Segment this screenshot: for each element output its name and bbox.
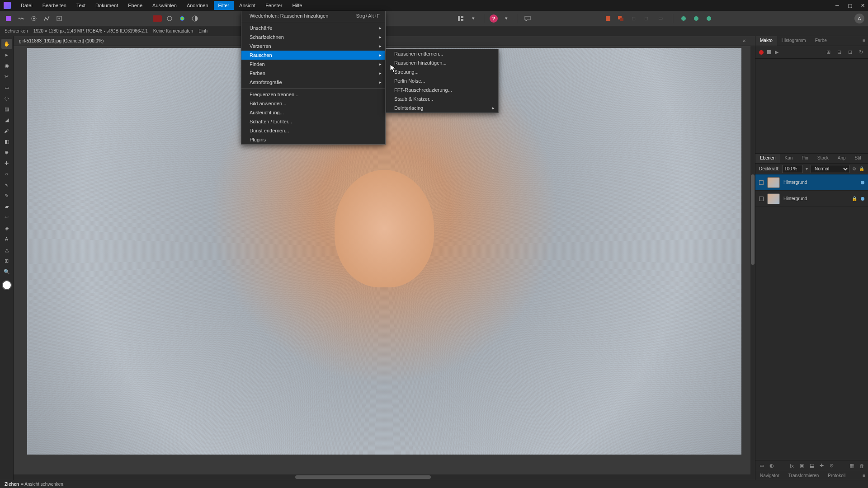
tab-pin[interactable]: Pin	[797, 154, 812, 163]
tab-navigator[interactable]: Navigator	[755, 471, 784, 480]
tool-hand[interactable]: ✋	[1, 39, 12, 49]
layer-delete-icon[interactable]: 🗑	[858, 462, 865, 469]
menu-ebene[interactable]: Ebene	[123, 1, 147, 10]
macro-opt4[interactable]: ↻	[857, 49, 864, 56]
tab-kan[interactable]: Kan	[780, 154, 797, 163]
persona-export-icon[interactable]	[54, 14, 64, 23]
persona-photo-icon[interactable]	[4, 14, 14, 23]
tab-stock[interactable]: Stock	[813, 154, 833, 163]
tab-transformieren[interactable]: Transformieren	[784, 471, 823, 480]
tool-move[interactable]: ▸	[1, 50, 12, 60]
tab-anp[interactable]: Anp	[833, 154, 850, 163]
noise-fft[interactable]: FFT-Rauschreduzierung...	[386, 85, 498, 94]
tool-smudge[interactable]: ⬳	[1, 212, 12, 222]
arrange-dropdown[interactable]: ▾	[468, 14, 478, 23]
layer-checkbox[interactable]	[759, 197, 764, 201]
noise-streuung[interactable]: Streuung...	[386, 67, 498, 76]
layer-fx-icon[interactable]: fx	[788, 462, 796, 469]
layer-lock-icon[interactable]: 🔒	[859, 166, 864, 171]
tool-clone[interactable]: ⊕	[1, 147, 12, 157]
menu-anordnen[interactable]: Anordnen	[182, 1, 213, 10]
snap2-icon[interactable]	[616, 14, 626, 23]
layer-adjust-icon[interactable]: ◐	[768, 462, 775, 469]
document-tab-close[interactable]: ✕	[742, 38, 746, 43]
tab-ebenen[interactable]: Ebenen	[755, 154, 780, 163]
noise-hinzufuegen[interactable]: Rauschen hinzufügen...	[386, 58, 498, 67]
menu-bearbeiten[interactable]: Bearbeiten	[38, 1, 71, 10]
swatch-red-icon[interactable]	[153, 15, 162, 22]
blend-mode-select[interactable]: Normal	[811, 165, 849, 173]
bottom-options-icon[interactable]: ≡	[860, 471, 868, 480]
macro-opt1[interactable]: ⊞	[825, 49, 832, 56]
persona-liquify-icon[interactable]	[16, 14, 26, 23]
color-swatch[interactable]	[2, 280, 12, 290]
tool-text[interactable]: A	[1, 234, 12, 244]
autolevels-icon[interactable]	[165, 14, 175, 23]
filter-scharfzeichnen[interactable]: Scharfzeichnen▸	[241, 33, 385, 42]
macro-play-icon[interactable]: ▶	[775, 49, 778, 55]
tool-mesh[interactable]: ⊞	[1, 256, 12, 266]
persona-tone-icon[interactable]	[42, 14, 52, 23]
menu-datei[interactable]: Datei	[16, 1, 37, 10]
layers-options-icon[interactable]: ≡	[865, 154, 868, 163]
comment-icon[interactable]	[523, 14, 533, 23]
layer-merge-icon[interactable]: ⬓	[808, 462, 816, 469]
autocolor-icon[interactable]	[177, 14, 187, 23]
menu-fenster[interactable]: Fenster	[261, 1, 287, 10]
layer-row[interactable]: Hintergrund	[755, 174, 868, 191]
tab-stil[interactable]: Stil	[850, 154, 866, 163]
filter-plugins[interactable]: Plugins	[241, 135, 385, 144]
tab-farbe[interactable]: Farbe	[811, 36, 831, 46]
noise-deinterlacing[interactable]: Deinterlacing▸	[386, 103, 498, 113]
share-icon[interactable]	[704, 14, 714, 23]
tab-histogramm[interactable]: Histogramm	[777, 36, 811, 46]
filter-schatten[interactable]: Schatten / Lichter...	[241, 117, 385, 126]
tool-selection[interactable]: ▭	[1, 82, 12, 92]
tool-shape[interactable]: △	[1, 245, 12, 255]
user-avatar[interactable]: A	[854, 14, 864, 23]
help-icon[interactable]: ?	[490, 14, 498, 23]
macro-opt3[interactable]: ⊡	[846, 49, 854, 56]
tool-pen[interactable]: ✎	[1, 191, 12, 201]
menu-auswaehlen[interactable]: Auswählen	[148, 1, 181, 10]
opacity-dropdown-icon[interactable]: ▾	[806, 166, 808, 171]
layer-add-icon[interactable]: ✚	[818, 462, 826, 469]
noise-perlin[interactable]: Perlin Noise...	[386, 76, 498, 85]
layer-link-icon[interactable]: ⊘	[828, 462, 835, 469]
macro-record-icon[interactable]	[759, 50, 764, 55]
autocontrast-icon[interactable]	[190, 14, 200, 23]
panel-options-icon[interactable]: ≡	[860, 36, 868, 46]
snap-icon[interactable]	[603, 14, 613, 23]
filter-unschaerfe[interactable]: Unschärfe▸	[241, 23, 385, 33]
filter-repeat[interactable]: Wiederholen: Rauschen hinzufügen Strg+Al…	[241, 11, 385, 20]
menu-filter[interactable]: Filter	[214, 1, 234, 10]
filter-ausleuchtung[interactable]: Ausleuchtung...	[241, 108, 385, 117]
filter-bild-anwenden[interactable]: Bild anwenden...	[241, 99, 385, 108]
opacity-input[interactable]	[782, 165, 803, 173]
document-tab-label[interactable]: girl-511883_1920.jpg [Geändert] (100,0%)	[19, 38, 104, 43]
menu-ansicht[interactable]: Ansicht	[235, 1, 260, 10]
macro-opt2[interactable]: ⊟	[835, 49, 843, 56]
filter-astrofotografie[interactable]: Astrofotografie▸	[241, 78, 385, 87]
tool-heal[interactable]: ✚	[1, 158, 12, 168]
menu-text[interactable]: Text	[72, 1, 90, 10]
tool-crop[interactable]: ✂	[1, 71, 12, 81]
tool-dodge[interactable]: ○	[1, 169, 12, 179]
tool-color-picker[interactable]: ◉	[1, 61, 12, 70]
layer-lock-icon[interactable]: 🔒	[852, 196, 857, 201]
layer-checkbox[interactable]	[759, 180, 764, 185]
layer-gear-icon[interactable]: ⚙	[852, 166, 856, 171]
window-close[interactable]: ✕	[857, 1, 868, 10]
persona-develop-icon[interactable]	[29, 14, 39, 23]
layer-mask-icon[interactable]: ▭	[758, 462, 765, 469]
tool-zoom[interactable]: 🔍	[1, 267, 12, 277]
arrange-icon[interactable]	[456, 14, 466, 23]
filter-rauschen[interactable]: Rauschen▸	[241, 51, 385, 60]
tab-protokoll[interactable]: Protokoll	[823, 471, 850, 480]
filter-farben[interactable]: Farben▸	[241, 69, 385, 78]
noise-staub[interactable]: Staub & Kratzer...	[386, 94, 498, 103]
filter-dunst[interactable]: Dunst entfernen...	[241, 126, 385, 135]
tool-marquee[interactable]: ◌	[1, 93, 12, 103]
window-minimize[interactable]: ─	[832, 1, 843, 10]
tool-flood[interactable]: ▨	[1, 104, 12, 114]
